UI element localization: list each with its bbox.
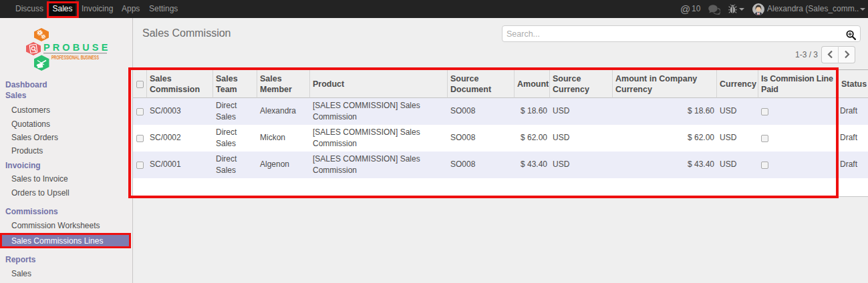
svg-text:PROFESSIONAL BUSINESS: PROFESSIONAL BUSINESS xyxy=(51,54,99,61)
svg-text:PROBUSE: PROBUSE xyxy=(43,42,110,53)
